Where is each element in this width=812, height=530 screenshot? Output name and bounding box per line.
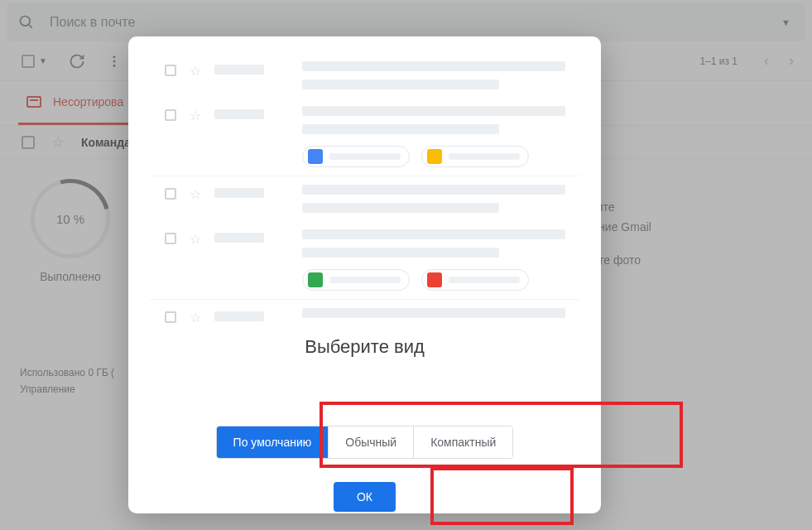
- modal-title: Выберите вид: [305, 336, 425, 358]
- image-icon: [427, 272, 442, 287]
- docs-icon: [308, 149, 323, 164]
- density-modal: ☆ ☆ ☆ ☆: [128, 36, 601, 513]
- density-preview: ☆ ☆ ☆ ☆: [150, 53, 580, 326]
- sheets-icon: [308, 272, 323, 287]
- density-segment: По умолчанию Обычный Компактный: [216, 426, 514, 459]
- slides-icon: [427, 149, 442, 164]
- density-compact-button[interactable]: Компактный: [413, 426, 512, 458]
- ok-button[interactable]: ОК: [334, 482, 396, 512]
- density-default-button[interactable]: По умолчанию: [217, 426, 329, 458]
- density-normal-button[interactable]: Обычный: [328, 426, 413, 458]
